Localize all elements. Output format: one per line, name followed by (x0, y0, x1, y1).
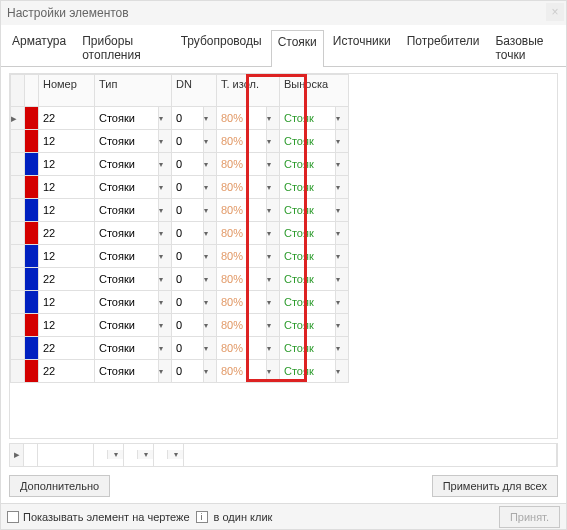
tab-5[interactable]: Потребители (400, 29, 487, 66)
table-row[interactable]: ▸22Стояки▾0▾80%▾Стояк▾ (11, 107, 349, 130)
chevron-down-icon[interactable]: ▾ (336, 153, 349, 176)
cell-type[interactable]: Стояки (95, 314, 159, 337)
chevron-down-icon[interactable]: ▾ (336, 107, 349, 130)
cell-number[interactable]: 22 (39, 107, 95, 130)
cell-number[interactable]: 22 (39, 360, 95, 383)
table-row[interactable]: 12Стояки▾0▾80%▾Стояк▾ (11, 291, 349, 314)
cell-iso[interactable]: 80% (217, 153, 267, 176)
cell-type[interactable]: Стояки (95, 291, 159, 314)
cell-dn[interactable]: 0 (172, 199, 204, 222)
chevron-down-icon[interactable]: ▾ (204, 337, 217, 360)
cell-callout[interactable]: Стояк (280, 268, 336, 291)
chevron-down-icon[interactable]: ▾ (137, 450, 153, 459)
cell-callout[interactable]: Стояк (280, 199, 336, 222)
cell-callout[interactable]: Стояк (280, 291, 336, 314)
chevron-down-icon[interactable]: ▾ (267, 360, 280, 383)
chevron-down-icon[interactable]: ▾ (159, 199, 172, 222)
cell-callout[interactable]: Стояк (280, 314, 336, 337)
chevron-down-icon[interactable]: ▾ (267, 107, 280, 130)
cell-dn[interactable]: 0 (172, 222, 204, 245)
cell-iso[interactable]: 80% (217, 176, 267, 199)
filter-dn[interactable]: ▾ (154, 444, 184, 466)
chevron-down-icon[interactable]: ▾ (267, 222, 280, 245)
cell-dn[interactable]: 0 (172, 314, 204, 337)
tab-1[interactable]: Приборы отопления (75, 29, 171, 66)
chevron-down-icon[interactable]: ▾ (336, 222, 349, 245)
row-color[interactable] (25, 291, 39, 314)
table-row[interactable]: 22Стояки▾0▾80%▾Стояк▾ (11, 360, 349, 383)
cell-iso[interactable]: 80% (217, 314, 267, 337)
cell-type[interactable]: Стояки (95, 107, 159, 130)
chevron-down-icon[interactable]: ▾ (159, 337, 172, 360)
filter-type-a[interactable]: ▾ (94, 444, 124, 466)
tab-4[interactable]: Источники (326, 29, 398, 66)
accept-button[interactable]: Принят. (499, 506, 560, 528)
cell-type[interactable]: Стояки (95, 245, 159, 268)
chevron-down-icon[interactable]: ▾ (336, 314, 349, 337)
cell-type[interactable]: Стояки (95, 199, 159, 222)
chevron-down-icon[interactable]: ▾ (204, 176, 217, 199)
cell-number[interactable]: 22 (39, 337, 95, 360)
cell-iso[interactable]: 80% (217, 222, 267, 245)
cell-dn[interactable]: 0 (172, 130, 204, 153)
cell-iso[interactable]: 80% (217, 268, 267, 291)
cell-number[interactable]: 12 (39, 130, 95, 153)
table-row[interactable]: 12Стояки▾0▾80%▾Стояк▾ (11, 245, 349, 268)
chevron-down-icon[interactable]: ▾ (267, 314, 280, 337)
cell-type[interactable]: Стояки (95, 337, 159, 360)
table-row[interactable]: 12Стояки▾0▾80%▾Стояк▾ (11, 314, 349, 337)
table-row[interactable]: 22Стояки▾0▾80%▾Стояк▾ (11, 337, 349, 360)
col-type[interactable]: Тип (95, 75, 172, 107)
cell-dn[interactable]: 0 (172, 153, 204, 176)
cell-type[interactable]: Стояки (95, 176, 159, 199)
row-color[interactable] (25, 153, 39, 176)
cell-callout[interactable]: Стояк (280, 107, 336, 130)
col-callout[interactable]: Выноска (280, 75, 349, 107)
cell-callout[interactable]: Стояк (280, 360, 336, 383)
chevron-down-icon[interactable]: ▾ (159, 176, 172, 199)
cell-dn[interactable]: 0 (172, 337, 204, 360)
cell-iso[interactable]: 80% (217, 360, 267, 383)
cell-callout[interactable]: Стояк (280, 153, 336, 176)
cell-type[interactable]: Стояки (95, 268, 159, 291)
row-color[interactable] (25, 245, 39, 268)
cell-number[interactable]: 22 (39, 268, 95, 291)
cell-callout[interactable]: Стояк (280, 337, 336, 360)
row-color[interactable] (25, 360, 39, 383)
row-color[interactable] (25, 268, 39, 291)
cell-iso[interactable]: 80% (217, 130, 267, 153)
chevron-down-icon[interactable]: ▾ (204, 222, 217, 245)
cell-dn[interactable]: 0 (172, 245, 204, 268)
chevron-down-icon[interactable]: ▾ (204, 130, 217, 153)
tab-3[interactable]: Стояки (271, 30, 324, 67)
chevron-down-icon[interactable]: ▾ (267, 130, 280, 153)
cell-callout[interactable]: Стояк (280, 130, 336, 153)
cell-iso[interactable]: 80% (217, 337, 267, 360)
chevron-down-icon[interactable]: ▾ (336, 337, 349, 360)
chevron-down-icon[interactable]: ▾ (204, 153, 217, 176)
filter-color[interactable] (24, 444, 38, 466)
cell-number[interactable]: 12 (39, 245, 95, 268)
tab-6[interactable]: Базовые точки (488, 29, 562, 66)
row-color[interactable] (25, 314, 39, 337)
chevron-down-icon[interactable]: ▾ (267, 291, 280, 314)
filter-rest[interactable] (184, 444, 557, 466)
chevron-down-icon[interactable]: ▾ (204, 360, 217, 383)
chevron-down-icon[interactable]: ▾ (159, 130, 172, 153)
table-row[interactable]: 12Стояки▾0▾80%▾Стояк▾ (11, 199, 349, 222)
cell-type[interactable]: Стояки (95, 222, 159, 245)
table-row[interactable]: 12Стояки▾0▾80%▾Стояк▾ (11, 153, 349, 176)
chevron-down-icon[interactable]: ▾ (267, 199, 280, 222)
close-icon[interactable]: × (546, 3, 564, 21)
chevron-down-icon[interactable]: ▾ (267, 176, 280, 199)
chevron-down-icon[interactable]: ▾ (159, 153, 172, 176)
chevron-down-icon[interactable]: ▾ (267, 245, 280, 268)
cell-number[interactable]: 12 (39, 153, 95, 176)
cell-number[interactable]: 12 (39, 199, 95, 222)
col-dn[interactable]: DN (172, 75, 217, 107)
chevron-down-icon[interactable]: ▾ (204, 314, 217, 337)
chevron-down-icon[interactable]: ▾ (336, 199, 349, 222)
chevron-down-icon[interactable]: ▾ (336, 291, 349, 314)
chevron-down-icon[interactable]: ▾ (159, 268, 172, 291)
chevron-down-icon[interactable]: ▾ (159, 291, 172, 314)
